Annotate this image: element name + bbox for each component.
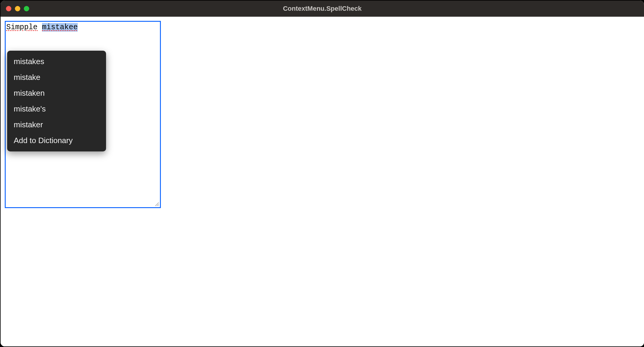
resize-handle-icon[interactable] [154,202,159,206]
suggestion-item-mistake[interactable]: mistake [7,69,106,85]
textarea-text[interactable]: Simpple mistakee [6,22,160,32]
svg-line-2 [158,205,159,206]
traffic-lights [6,6,29,11]
minimize-window-button[interactable] [15,6,20,11]
suggestion-item-mistakes[interactable]: mistakes [7,54,106,69]
content-area: Simpple mistakee mistakes mistake mistak… [1,17,644,346]
misspelled-word-1[interactable]: Simpple [6,23,38,32]
maximize-window-button[interactable] [24,6,29,11]
window-title: ContextMenu.SpellCheck [283,5,362,13]
misspelled-word-2-selected[interactable]: mistakee [42,23,78,32]
titlebar[interactable]: ContextMenu.SpellCheck [1,1,644,17]
suggestion-item-mistaken[interactable]: mistaken [7,85,106,101]
suggestion-item-mistaker[interactable]: mistaker [7,117,106,133]
close-window-button[interactable] [6,6,11,11]
suggestion-item-mistakes-apostrophe[interactable]: mistake's [7,101,106,117]
spellcheck-context-menu: mistakes mistake mistaken mistake's mist… [7,51,106,151]
app-window: ContextMenu.SpellCheck Simpple mistakee … [1,1,644,346]
add-to-dictionary-item[interactable]: Add to Dictionary [7,133,106,148]
